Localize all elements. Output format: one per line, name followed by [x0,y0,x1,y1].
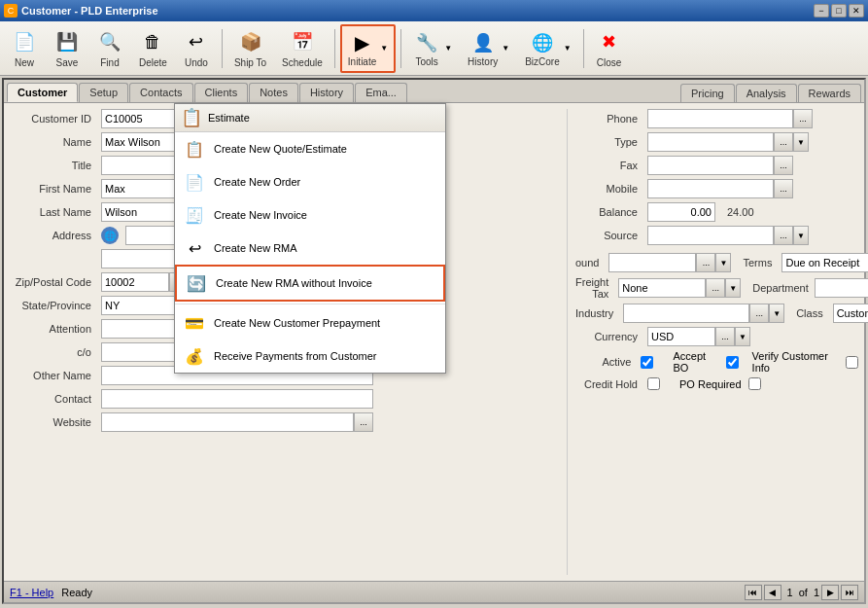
delete-label: Delete [139,57,167,68]
currency-dropdown-button[interactable]: ▼ [735,327,750,346]
terms-label: Terms [743,257,778,268]
status-text: Ready [61,587,92,598]
tab-customer[interactable]: Customer [7,83,78,102]
ground-input[interactable] [608,253,696,272]
save-button[interactable]: 💾 Save [47,24,87,73]
credit-hold-checkbox[interactable] [647,377,660,390]
undo-icon: ↩ [183,28,210,55]
contact-input[interactable] [101,389,373,409]
credit-hold-label: Credit Hold [575,378,643,390]
type-dropdown-button[interactable]: ▼ [793,132,809,152]
initiate-dropdown-menu: 📋 Estimate 📋 Create New Quote/Estimate 📄… [174,103,446,374]
dropdown-item-receive-payments[interactable]: 💰 Receive Payments from Customer [175,340,445,373]
close-button[interactable]: ✖ Close [589,24,630,73]
help-link[interactable]: F1 - Help [10,587,53,598]
new-button[interactable]: 📄 New [4,24,45,73]
tools-dropdown-arrow[interactable]: ▼ [444,44,452,53]
active-checkbox[interactable] [641,356,653,369]
industry-dots-button[interactable]: ... [749,304,769,323]
industry-dropdown-button[interactable]: ▼ [769,304,784,323]
verify-customer-checkbox[interactable] [846,356,858,369]
po-required-label: PO Required [679,378,742,390]
accept-bo-checkbox[interactable] [726,356,739,369]
nav-next-button[interactable]: ▶ [821,585,839,600]
source-input[interactable] [647,226,774,245]
schedule-button[interactable]: 📅 Schedule [275,24,330,73]
source-dropdown-button[interactable]: ▼ [793,226,809,245]
dropdown-item-new-invoice[interactable]: 🧾 Create New Invoice [175,198,445,232]
page-total: 1 [814,587,819,598]
history-toolbar-button[interactable]: 👤 History ▼ [461,24,516,73]
tab-notes[interactable]: Notes [249,83,298,102]
zip-input[interactable] [101,272,169,292]
balance-amount: 24.00 [727,206,754,218]
dropdown-header: 📋 Estimate [175,104,445,132]
close-window-button[interactable]: ✕ [849,4,864,18]
history-dropdown-arrow[interactable]: ▼ [502,44,509,53]
nav-prev-button[interactable]: ◀ [764,585,781,600]
tab-pricing[interactable]: Pricing [680,84,735,102]
fax-input[interactable] [647,156,774,175]
initiate-button[interactable]: ▶ Initiate ▼ [340,24,396,73]
website-dots-button[interactable]: ... [354,412,373,432]
bizcore-button[interactable]: 🌐 BizCore ▼ [518,24,578,73]
phone-label: Phone [575,113,643,125]
tools-button[interactable]: 🔧 Tools ▼ [406,24,459,73]
po-required-checkbox[interactable] [748,377,761,390]
tab-email[interactable]: Ema... [355,83,407,102]
department-input[interactable] [815,278,868,298]
title-input[interactable] [101,156,179,175]
freight-tax-input[interactable] [618,278,706,298]
dropdown-item-new-order[interactable]: 📄 Create New Order [175,165,445,198]
currency-dots-button[interactable]: ... [715,327,735,346]
undo-button[interactable]: ↩ Undo [176,24,217,73]
ship-to-button[interactable]: 📦 Ship To [227,24,273,73]
accept-bo-label: Accept BO [673,350,718,374]
dropdown-item-new-rma-no-invoice[interactable]: 🔄 Create New RMA without Invoice [175,265,445,302]
ground-dropdown-button[interactable]: ▼ [715,253,731,272]
dropdown-item-new-quote[interactable]: 📋 Create New Quote/Estimate [175,132,445,165]
initiate-dropdown-arrow[interactable]: ▼ [380,44,388,53]
state-input[interactable] [101,296,179,315]
tab-clients[interactable]: Clients [194,83,249,102]
nav-first-button[interactable]: ⏮ [745,585,762,600]
freight-tax-dots-button[interactable]: ... [706,278,725,298]
type-dots-button[interactable]: ... [774,132,793,152]
phone-input[interactable] [647,109,793,128]
source-dots-button[interactable]: ... [774,226,793,245]
dropdown-item-new-rma[interactable]: ↩ Create New RMA [175,232,445,265]
delete-button[interactable]: 🗑 Delete [132,24,174,73]
address-globe-button[interactable]: 🌐 [101,227,119,244]
terms-input[interactable] [781,253,868,272]
ground-label: ound [575,257,605,268]
toolbar-sep-1 [222,29,223,68]
freight-tax-dropdown-button[interactable]: ▼ [725,278,741,298]
mobile-input[interactable] [647,179,774,198]
receive-payments-label: Receive Payments from Customer [214,350,377,362]
new-order-icon: 📄 [183,170,206,194]
find-button[interactable]: 🔍 Find [89,24,130,73]
minimize-button[interactable]: − [814,4,829,18]
industry-input[interactable] [623,304,749,323]
ground-dots-button[interactable]: ... [696,253,715,272]
class-label: Class [796,307,829,319]
balance-input[interactable] [647,202,715,222]
type-input[interactable] [647,132,774,152]
class-input[interactable] [833,304,868,323]
mobile-dots-button[interactable]: ... [774,179,793,198]
tab-contacts[interactable]: Contacts [129,83,192,102]
ship-to-label: Ship To [234,57,266,68]
dropdown-item-new-prepayment[interactable]: 💳 Create New Customer Prepayment [175,306,445,340]
tab-history[interactable]: History [299,83,354,102]
tab-analysis[interactable]: Analysis [736,84,797,102]
phone-dots-button[interactable]: ... [793,109,813,128]
tab-rewards[interactable]: Rewards [798,84,861,102]
currency-input[interactable] [647,327,715,346]
website-input[interactable] [101,412,354,432]
tab-setup[interactable]: Setup [79,83,128,102]
tools-label: Tools [416,56,438,67]
maximize-button[interactable]: □ [831,4,847,18]
nav-last-button[interactable]: ⏭ [841,585,858,600]
bizcore-dropdown-arrow[interactable]: ▼ [564,44,572,53]
fax-dots-button[interactable]: ... [774,156,793,175]
